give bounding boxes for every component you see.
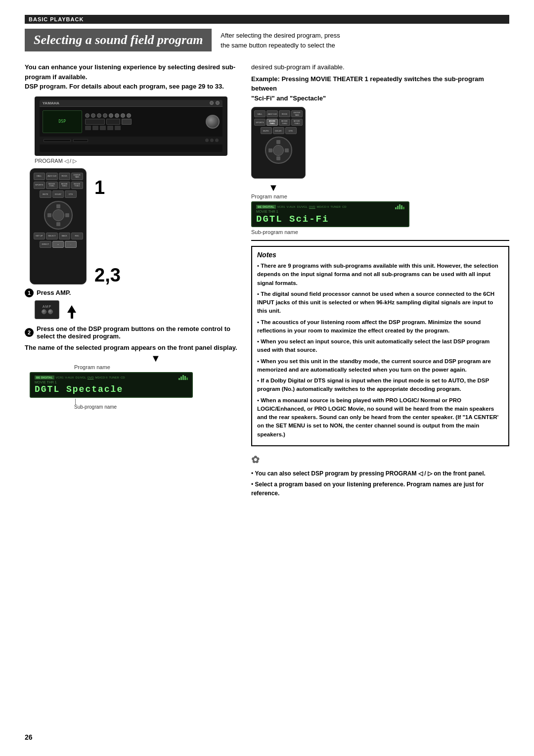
note-7: • When a monaural source is being played… bbox=[257, 396, 503, 439]
tip-section: ✿ • You can also select DSP program by p… bbox=[251, 452, 509, 498]
tip-content: • You can also select DSP program by pre… bbox=[251, 469, 509, 498]
notes-box: Notes • There are 9 programs with sub-pr… bbox=[251, 246, 509, 446]
step3-right-text: desired sub-program if available. Exampl… bbox=[251, 62, 509, 103]
tip-title: ✿ bbox=[251, 452, 509, 467]
prog-name-label-right: Program name bbox=[251, 193, 509, 199]
step2-bold: The name of the selected program appears… bbox=[25, 343, 237, 353]
display-panel-scifi: BE DIGITAL VCR1 V-AUX D1/VGL DVD MD/CD I… bbox=[251, 201, 409, 227]
step2-badge: 2 bbox=[25, 328, 34, 337]
step3-text: After selecting the desired program, pre… bbox=[221, 32, 340, 49]
left-column: You can enhance your listening experienc… bbox=[25, 62, 237, 416]
intro-paragraph: You can enhance your listening experienc… bbox=[25, 62, 237, 92]
section-label: BASIC PLAYBACK bbox=[29, 16, 84, 22]
step3-remote-area: HALL JAZZ CLB ROCK ENTER TAIN SPORTS MOV… bbox=[251, 107, 509, 179]
title-box: Selecting a sound field program bbox=[25, 29, 212, 51]
sub-program-label-1: │ Sub-program name bbox=[74, 399, 117, 410]
page-title: Selecting a sound field program bbox=[34, 33, 203, 47]
step2-label: 2 Press one of the DSP program buttons o… bbox=[25, 325, 237, 340]
note-2: • The digital sound field processor cann… bbox=[257, 290, 503, 316]
display-badge-1: BE DIGITAL bbox=[35, 376, 54, 379]
display-sub-text-1: MOVIE THR 1 bbox=[35, 380, 188, 384]
note-3: • The acoustics of your listening room a… bbox=[257, 318, 503, 335]
remote-control-image-right: HALL JAZZ CLB ROCK ENTER TAIN SPORTS MOV… bbox=[251, 107, 306, 179]
arrow-down-right: ▼ bbox=[268, 183, 509, 192]
note-5: • When you set this unit in the standby … bbox=[257, 357, 503, 375]
display-sub-right: MOVIE THR 1 bbox=[256, 210, 404, 213]
remote-control-image: HALL JAZZ CLB ROCK ENTER TAIN SPORTS MOV… bbox=[30, 168, 87, 284]
step2-block: 2 Press one of the DSP program buttons o… bbox=[25, 325, 237, 410]
note-1: • There are 9 programs with sub-programs… bbox=[257, 262, 503, 287]
note-4: • When you select an input source, this … bbox=[257, 337, 503, 355]
step3-example: Example: Pressing MOVIE THEATER 1 repeat… bbox=[251, 74, 509, 103]
prog-name-label-1: Program name bbox=[74, 364, 237, 370]
display-main-text-1: DGTL Spectacle bbox=[35, 384, 188, 394]
receiver-image: YAMAHA DSP bbox=[35, 96, 227, 156]
tip-2: • Select a program based on your listeni… bbox=[251, 480, 509, 498]
display-badge-right: BE DIGITAL bbox=[256, 205, 276, 209]
notes-content: • There are 9 programs with sub-programs… bbox=[257, 262, 503, 439]
amp-label: AMP bbox=[43, 305, 51, 308]
display-main-right: DGTL Sci-Fi bbox=[256, 214, 404, 225]
page-container: BASIC PLAYBACK Selecting a sound field p… bbox=[0, 0, 534, 756]
notes-title: Notes bbox=[257, 251, 503, 259]
step-number-1: 1 bbox=[94, 178, 121, 197]
tip-1: • You can also select DSP program by pre… bbox=[251, 469, 509, 478]
tip-icon: ✿ bbox=[251, 452, 260, 467]
step2-text: Press one of the DSP program buttons on … bbox=[37, 325, 237, 340]
step-number-23: 2,3 bbox=[94, 266, 121, 284]
amp-area: AMP bbox=[35, 300, 237, 319]
step1-label: 1 Press AMP. bbox=[25, 288, 237, 297]
step1-badge: 1 bbox=[25, 288, 34, 297]
step1-text: Press AMP. bbox=[37, 289, 71, 296]
divider bbox=[251, 240, 509, 241]
display-panel-spectacle: BE DIGITAL VCR1 V-AUX D1/VGL DVD MD/CD I… bbox=[30, 372, 193, 398]
note-6: • If a Dolby Digital or DTS signal is in… bbox=[257, 377, 503, 394]
program-label: PROGRAM ◁ / ▷ bbox=[35, 158, 237, 164]
section-header: BASIC PLAYBACK bbox=[25, 15, 509, 24]
page-number: 26 bbox=[25, 733, 33, 741]
main-content: You can enhance your listening experienc… bbox=[25, 62, 509, 500]
sub-program-label-right: Sub-program name bbox=[251, 229, 509, 235]
right-column: desired sub-program if available. Exampl… bbox=[251, 62, 509, 500]
arrow-down-1: ▼ bbox=[74, 353, 237, 363]
step1-block: 1 Press AMP. AMP bbox=[25, 288, 237, 319]
